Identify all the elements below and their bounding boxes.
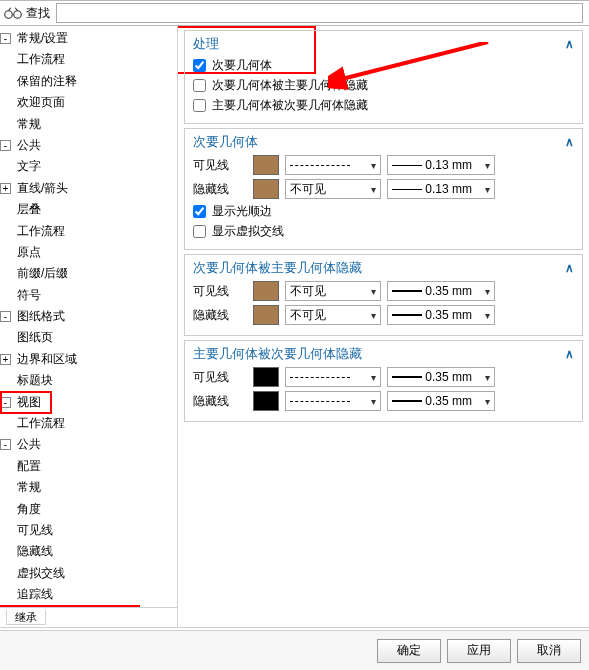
tree-item[interactable]: +边界和区域 [0,349,177,370]
color-swatch[interactable] [253,305,279,325]
section-sec-hidden-by-pri: 次要几何体被主要几何体隐藏 ∧ 可见线 不可见 0.35 mm 隐藏线 不可见 … [184,254,583,336]
apply-button[interactable]: 应用 [447,639,511,663]
tree-item[interactable]: -常规/设置 [0,28,177,49]
tree-item[interactable]: 层叠 [0,199,177,220]
tree-item[interactable]: 配置 [0,456,177,477]
expand-icon[interactable]: + [0,183,11,194]
section-pri-hidden-by-sec: 主要几何体被次要几何体隐藏 ∧ 可见线 0.35 mm 隐藏线 0.35 mm [184,340,583,422]
tree-item[interactable]: +直线/箭头 [0,178,177,199]
find-label: 查找 [4,5,50,22]
tree-item[interactable]: 追踪线 [0,584,177,605]
chevron-up-icon[interactable]: ∧ [565,347,574,361]
tree-item-label: 工作流程 [13,50,69,69]
search-input[interactable] [56,3,583,23]
chevron-up-icon[interactable]: ∧ [565,261,574,275]
tree-item-label: 前缀/后缀 [13,264,72,283]
inherit-tab[interactable]: 继承 [6,610,46,625]
highlight-box [0,391,52,414]
ok-button[interactable]: 确定 [377,639,441,663]
row-hidden-line: 隐藏线 不可见 0.35 mm [193,305,574,325]
settings-panel: 处理 ∧ 次要几何体 次要几何体被主要几何体隐藏 主要几何体被次要几何体隐藏 次… [178,26,589,627]
line-style-select[interactable] [285,155,381,175]
tree-item[interactable]: 工作流程 [0,49,177,70]
tree-item[interactable]: 常规 [0,477,177,498]
binoculars-icon [4,7,22,19]
main: -常规/设置工作流程保留的注释欢迎页面常规-公共文字+直线/箭头层叠工作流程原点… [0,26,589,628]
expand-icon[interactable]: - [0,33,11,44]
tree-item[interactable]: 角度 [0,499,177,520]
tree-item-label: 常规 [13,478,45,497]
tree-tabbar: 继承 [0,607,177,627]
line-style-select[interactable]: 不可见 [285,305,381,325]
cancel-button[interactable]: 取消 [517,639,581,663]
expand-icon[interactable]: - [0,311,11,322]
tree-item-label: 符号 [13,286,45,305]
expand-icon[interactable]: - [0,140,11,151]
tree-item[interactable]: 符号 [0,285,177,306]
tree-item[interactable]: 工作流程 [0,413,177,434]
tree-item-label: 原点 [13,243,45,262]
tree-item[interactable]: -视图 [0,392,177,413]
expand-icon[interactable]: + [0,354,11,365]
line-width-select[interactable]: 0.35 mm [387,305,495,325]
tree-item-label: 层叠 [13,200,45,219]
tree-item-label: 角度 [13,500,45,519]
tree-item-label: 常规 [13,115,45,134]
chk-pri-hidden-by-sec[interactable]: 主要几何体被次要几何体隐藏 [193,97,574,114]
chk-secondary-geometry[interactable]: 次要几何体 [193,57,574,74]
tree-item-label: 公共 [13,136,45,155]
tree-item[interactable]: -图纸格式 [0,306,177,327]
color-swatch[interactable] [253,367,279,387]
tree-item-label: 工作流程 [13,222,69,241]
tree-item[interactable]: -公共 [0,135,177,156]
tree-item[interactable]: 虚拟交线 [0,563,177,584]
line-width-select[interactable]: 0.13 mm [387,155,495,175]
section-processing: 处理 ∧ 次要几何体 次要几何体被主要几何体隐藏 主要几何体被次要几何体隐藏 [184,30,583,124]
chevron-up-icon[interactable]: ∧ [565,37,574,51]
chevron-up-icon[interactable]: ∧ [565,135,574,149]
row-visible-line: 可见线 0.13 mm [193,155,574,175]
color-swatch[interactable] [253,179,279,199]
tree-item[interactable]: 图纸页 [0,327,177,348]
tree-item-label: 边界和区域 [13,350,81,369]
line-style-select[interactable]: 不可见 [285,281,381,301]
row-hidden-line: 隐藏线 0.35 mm [193,391,574,411]
dialog-footer: 确定 应用 取消 [0,630,589,670]
line-width-select[interactable]: 0.13 mm [387,179,495,199]
tree-item-label: 常规/设置 [13,29,72,48]
tree-item[interactable]: 前缀/后缀 [0,263,177,284]
color-swatch[interactable] [253,155,279,175]
tree-item[interactable]: 欢迎页面 [0,92,177,113]
tree-item[interactable]: -公共 [0,434,177,455]
chk-show-smooth-edges[interactable]: 显示光顺边 [193,203,574,220]
color-swatch[interactable] [253,391,279,411]
tree-item[interactable]: 常规 [0,114,177,135]
tree-item[interactable]: 原点 [0,242,177,263]
tree-item[interactable]: 文字 [0,156,177,177]
row-hidden-line: 隐藏线 不可见 0.13 mm [193,179,574,199]
svg-point-1 [14,11,22,19]
section-secondary-geometry: 次要几何体 ∧ 可见线 0.13 mm 隐藏线 不可见 0.13 mm 显示光顺… [184,128,583,250]
line-width-select[interactable]: 0.35 mm [387,281,495,301]
nav-tree[interactable]: -常规/设置工作流程保留的注释欢迎页面常规-公共文字+直线/箭头层叠工作流程原点… [0,26,178,627]
expand-icon[interactable]: - [0,439,11,450]
color-swatch[interactable] [253,281,279,301]
section-title: 处理 [193,35,574,53]
line-style-select[interactable]: 不可见 [285,179,381,199]
line-width-select[interactable]: 0.35 mm [387,391,495,411]
chk-show-virtual-intersections[interactable]: 显示虚拟交线 [193,223,574,240]
tree-item[interactable]: 可见线 [0,520,177,541]
chk-sec-hidden-by-pri[interactable]: 次要几何体被主要几何体隐藏 [193,77,574,94]
tree-item-label: 公共 [13,435,45,454]
line-style-select[interactable] [285,367,381,387]
search-bar: 查找 [0,0,589,26]
tree-item[interactable]: 隐藏线 [0,541,177,562]
tree-item[interactable]: 工作流程 [0,221,177,242]
line-style-select[interactable] [285,391,381,411]
section-title: 主要几何体被次要几何体隐藏 [193,345,574,363]
tree-item[interactable]: 保留的注释 [0,71,177,92]
line-width-select[interactable]: 0.35 mm [387,367,495,387]
tree-item-label: 图纸页 [13,328,57,347]
tree-item[interactable]: 标题块 [0,370,177,391]
tree-item-label: 保留的注释 [13,72,81,91]
